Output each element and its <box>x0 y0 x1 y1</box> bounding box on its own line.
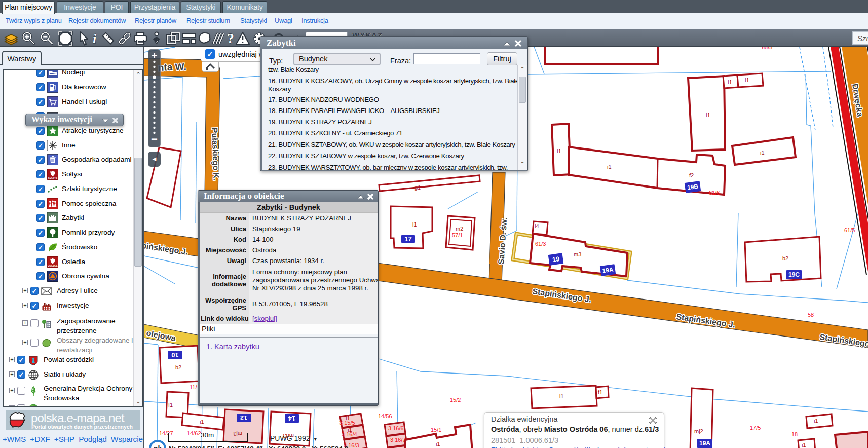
svg-text:b2: b2 <box>782 255 788 262</box>
svg-text:m3: m3 <box>574 251 581 257</box>
svg-text:3 16/4: 3 16/4 <box>342 431 357 437</box>
svg-text:i1: i1 <box>706 112 710 118</box>
svg-text:65/5: 65/5 <box>762 47 772 50</box>
svg-text:i1: i1 <box>607 164 612 170</box>
svg-text:i1: i1 <box>802 442 806 448</box>
svg-text:f2: f2 <box>689 172 694 178</box>
svg-text:f1: f1 <box>598 389 602 395</box>
svg-text:61/3: 61/3 <box>535 241 546 247</box>
svg-text:OSIEDLE: OSIEDLE <box>48 265 58 267</box>
svg-text:3 16/7: 3 16/7 <box>390 437 406 443</box>
svg-text:i1: i1 <box>557 148 561 154</box>
svg-text:nta W.: nta W. <box>158 61 186 73</box>
svg-text:i1: i1 <box>559 393 564 399</box>
svg-text:m2: m2 <box>456 226 463 232</box>
svg-text:mj2: mj2 <box>694 428 703 434</box>
svg-text:61/6: 61/6 <box>709 190 720 196</box>
svg-text:11/: 11/ <box>190 384 197 390</box>
svg-text:SOŁTYS: SOŁTYS <box>48 177 57 179</box>
svg-text:61/5: 61/5 <box>844 227 855 233</box>
svg-text:i1: i1 <box>412 221 417 228</box>
svg-text:3 16/6: 3 16/6 <box>388 425 404 431</box>
svg-text:15/1: 15/1 <box>431 427 441 433</box>
svg-text:17/5: 17/5 <box>750 425 761 431</box>
svg-text:i1: i1 <box>200 419 204 425</box>
svg-text:i1: i1 <box>814 418 818 424</box>
svg-text:18: 18 <box>791 431 798 437</box>
svg-text:58: 58 <box>808 312 814 318</box>
svg-text:f1: f1 <box>168 402 173 408</box>
svg-text:57/1: 57/1 <box>452 232 463 238</box>
svg-text:i1: i1 <box>728 79 732 85</box>
svg-text:b2: b2 <box>175 364 181 370</box>
svg-text:i1: i1 <box>760 150 765 156</box>
svg-text:i1: i1 <box>745 77 749 83</box>
svg-text:i1: i1 <box>436 441 440 447</box>
svg-text:15/2: 15/2 <box>450 397 461 403</box>
svg-text:i4: i4 <box>535 223 539 229</box>
svg-text:14/56: 14/56 <box>378 413 392 419</box>
svg-text:?: ? <box>227 31 234 46</box>
svg-text:3 15/5: 3 15/5 <box>339 420 355 426</box>
svg-text:g1: g1 <box>414 184 421 191</box>
svg-text:i: i <box>93 31 97 46</box>
